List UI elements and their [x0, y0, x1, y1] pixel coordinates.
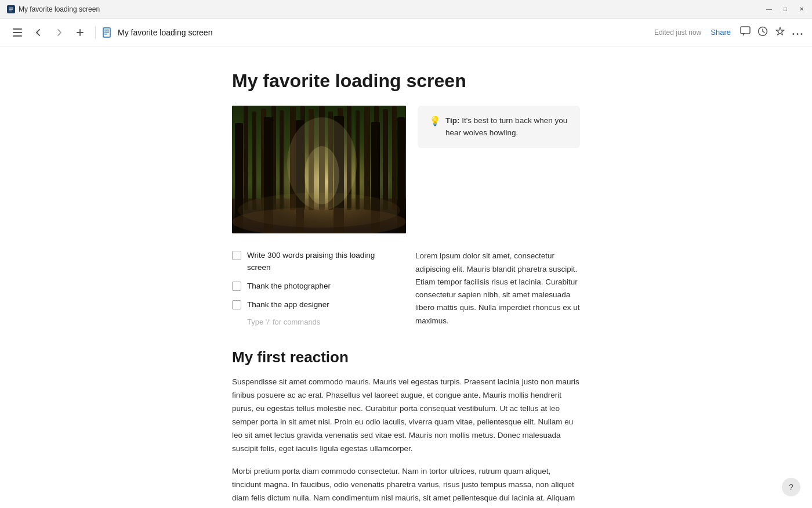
more-options-icon[interactable]: [792, 27, 803, 38]
checklist-column: Write 300 words praising this loading sc…: [232, 250, 397, 326]
tip-icon: 💡: [429, 116, 441, 127]
side-paragraph: Lorem ipsum dolor sit amet, consectetur …: [415, 250, 580, 327]
tip-body: It's best to turn back when you hear wol…: [445, 116, 567, 136]
tip-box: 💡 Tip: It's best to turn back when you h…: [418, 106, 580, 148]
svg-rect-4: [13, 28, 22, 30]
svg-rect-2: [9, 9, 13, 10]
svg-rect-5: [13, 32, 22, 33]
menu-button[interactable]: [9, 24, 26, 41]
comment-icon[interactable]: [740, 26, 751, 38]
edited-status: Edited just now: [654, 28, 701, 37]
checklist-item-2: Thank the photographer: [232, 280, 397, 292]
svg-point-14: [797, 33, 799, 35]
doc-title: My favorite loading screen: [118, 28, 212, 37]
forest-image: [232, 106, 406, 233]
toolbar-separator: [95, 27, 96, 38]
checklist-para-row: Write 300 words praising this loading sc…: [232, 250, 580, 327]
svg-point-13: [793, 33, 795, 35]
document-title: My favorite loading screen: [232, 70, 580, 92]
body-paragraph-1: Suspendisse sit amet commodo mauris. Mau…: [232, 376, 580, 456]
checkbox-2[interactable]: [232, 282, 241, 291]
checkbox-3[interactable]: [232, 300, 241, 309]
svg-rect-10: [104, 34, 107, 35]
checklist-text-2: Thank the photographer: [247, 280, 331, 292]
svg-rect-34: [383, 109, 388, 210]
title-bar-left: My favorite loading screen: [7, 5, 100, 13]
slash-hint[interactable]: Type '/' for commands: [232, 318, 397, 326]
svg-rect-6: [13, 35, 22, 37]
app-icon: [7, 5, 15, 13]
main-content[interactable]: My favorite loading screen: [0, 46, 812, 508]
paragraph-column: Lorem ipsum dolor sit amet, consectetur …: [415, 250, 580, 327]
svg-rect-3: [9, 10, 12, 12]
title-bar: My favorite loading screen — □ ✕: [0, 0, 812, 19]
svg-rect-35: [392, 106, 397, 210]
svg-rect-8: [104, 30, 109, 31]
svg-point-15: [801, 33, 803, 35]
new-page-button[interactable]: [72, 24, 88, 41]
checklist-item-3: Thank the app designer: [232, 299, 397, 311]
tip-label: Tip:: [445, 116, 462, 125]
forward-button[interactable]: [51, 24, 67, 41]
svg-rect-20: [252, 111, 256, 210]
checkbox-1[interactable]: [232, 251, 241, 260]
maximize-button[interactable]: □: [782, 6, 789, 13]
body-paragraph-2: Morbi pretium porta diam commodo consect…: [232, 465, 580, 508]
toolbar-right: Edited just now Share: [654, 26, 803, 39]
svg-rect-19: [244, 106, 248, 210]
checklist-text-1: Write 300 words praising this loading sc…: [247, 250, 397, 273]
help-button[interactable]: ?: [782, 478, 800, 496]
doc-icon: [103, 27, 113, 38]
share-button[interactable]: Share: [710, 28, 731, 37]
checklist-text-3: Thank the app designer: [247, 299, 329, 311]
tip-text: Tip: It's best to turn back when you hea…: [445, 115, 568, 139]
section-heading: My first reaction: [232, 348, 580, 366]
svg-rect-11: [741, 27, 750, 34]
svg-rect-32: [364, 107, 370, 210]
tip-content: 💡 Tip: It's best to turn back when you h…: [429, 115, 568, 139]
window-title: My favorite loading screen: [19, 5, 100, 13]
svg-rect-9: [104, 31, 109, 33]
toolbar-left: My favorite loading screen: [9, 24, 212, 41]
toolbar-action-icons: [740, 26, 803, 39]
window-controls[interactable]: — □ ✕: [766, 6, 805, 13]
checklist-item-1: Write 300 words praising this loading sc…: [232, 250, 397, 273]
document: My favorite loading screen: [232, 70, 580, 473]
image-tip-row: 💡 Tip: It's best to turn back when you h…: [232, 106, 580, 233]
star-icon[interactable]: [775, 26, 785, 39]
svg-rect-1: [9, 8, 13, 9]
toolbar: My favorite loading screen Edited just n…: [0, 19, 812, 46]
history-icon[interactable]: [757, 26, 768, 39]
close-button[interactable]: ✕: [798, 6, 805, 13]
back-button[interactable]: [30, 24, 46, 41]
minimize-button[interactable]: —: [766, 6, 773, 13]
